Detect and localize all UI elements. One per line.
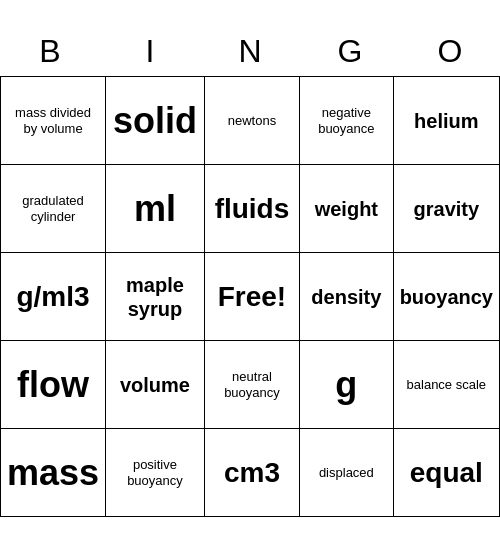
bingo-cell: helium [393,77,499,165]
bingo-cell: neutral buoyancy [204,341,299,429]
bingo-cell: flow [1,341,106,429]
bingo-cell: newtons [204,77,299,165]
bingo-cell: g/ml3 [1,253,106,341]
bingo-cell: mass [1,429,106,517]
bingo-cell: buoyancy [393,253,499,341]
bingo-cell: mass divided by volume [1,77,106,165]
bingo-cell: balance scale [393,341,499,429]
bingo-cell: ml [106,165,205,253]
bingo-cell: g [300,341,394,429]
header-letter: B [0,27,100,76]
bingo-cell: negative buoyance [300,77,394,165]
bingo-cell: gradulated cylinder [1,165,106,253]
bingo-cell: positive buoyancy [106,429,205,517]
bingo-cell: displaced [300,429,394,517]
bingo-cell: gravity [393,165,499,253]
bingo-header: BINGO [0,27,500,76]
header-letter: O [400,27,500,76]
bingo-cell: cm3 [204,429,299,517]
header-letter: G [300,27,400,76]
bingo-cell: maple syrup [106,253,205,341]
header-letter: I [100,27,200,76]
bingo-cell: fluids [204,165,299,253]
bingo-cell: density [300,253,394,341]
header-letter: N [200,27,300,76]
bingo-cell: equal [393,429,499,517]
bingo-cell: volume [106,341,205,429]
bingo-cell: solid [106,77,205,165]
bingo-cell: Free! [204,253,299,341]
bingo-cell: weight [300,165,394,253]
bingo-grid: mass divided by volumesolidnewtonsnegati… [0,76,500,517]
